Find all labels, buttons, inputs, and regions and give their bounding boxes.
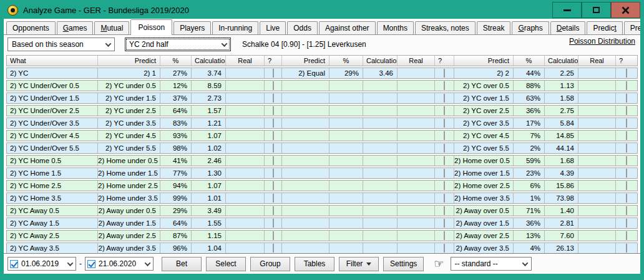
row-checkbox[interactable] — [444, 181, 445, 190]
row-checkbox[interactable] — [444, 81, 445, 90]
row-checkbox[interactable] — [444, 119, 445, 128]
table-row[interactable]: 2) YC Away 2.52) Away under 2.587%1.152)… — [6, 230, 638, 241]
column-header[interactable]: ? — [265, 56, 282, 66]
column-header[interactable]: Real — [226, 56, 265, 66]
row-checkbox[interactable] — [273, 81, 274, 90]
row-checkbox[interactable] — [273, 231, 274, 240]
tab-mutual[interactable]: Mutual — [94, 21, 129, 34]
row-checkbox[interactable] — [626, 81, 627, 90]
row-checkbox[interactable] — [444, 156, 445, 165]
group-button[interactable]: Group — [250, 257, 290, 271]
row-checkbox[interactable] — [273, 181, 274, 190]
row-checkbox[interactable] — [273, 169, 274, 178]
market-select[interactable]: YC 2nd half — [125, 38, 231, 51]
date-to-checkbox[interactable] — [87, 260, 95, 268]
table-row[interactable]: 2) YC Home 1.52) Home under 1.577%1.302)… — [6, 168, 638, 179]
tab-prev-round[interactable]: Prev. Round — [624, 21, 640, 34]
row-checkbox[interactable] — [444, 69, 445, 78]
row-checkbox[interactable] — [626, 69, 627, 78]
row-checkbox[interactable] — [273, 206, 274, 215]
column-header[interactable]: % — [329, 56, 363, 66]
tab-streak[interactable]: Streak — [477, 21, 511, 34]
column-header[interactable]: Calculation — [545, 56, 578, 66]
row-checkbox[interactable] — [444, 144, 445, 152]
poisson-distribution-link[interactable]: Poisson Distribution — [569, 37, 635, 46]
row-checkbox[interactable] — [626, 206, 627, 215]
row-checkbox[interactable] — [444, 219, 445, 228]
row-checkbox[interactable] — [626, 194, 627, 202]
tab-predict[interactable]: Predict — [587, 21, 622, 34]
preset-select[interactable]: -- standard -- — [451, 257, 532, 271]
date-to-picker[interactable]: 21.06.2020 — [85, 257, 154, 271]
row-checkbox[interactable] — [626, 131, 627, 140]
tab-against-other[interactable]: Against other — [319, 21, 376, 34]
select-button[interactable]: Select — [206, 257, 246, 271]
table-row[interactable]: 2) YC Under/Over 3.52) YC under 3.583%1.… — [6, 118, 638, 129]
close-button[interactable] — [611, 2, 640, 18]
table-row[interactable]: 2) YC Home 0.52) Home under 0.541%2.462)… — [6, 155, 638, 166]
tab-in-running[interactable]: In-running — [212, 21, 258, 34]
row-checkbox[interactable] — [273, 194, 274, 202]
tab-odds[interactable]: Odds — [287, 21, 318, 34]
row-checkbox[interactable] — [444, 244, 445, 252]
column-header[interactable]: Calculation — [363, 56, 398, 66]
tables-button[interactable]: Tables — [295, 257, 334, 271]
column-header[interactable]: Calculation — [192, 56, 226, 66]
table-row[interactable]: 2) YC Under/Over 2.52) YC under 2.564%1.… — [6, 105, 638, 116]
row-checkbox[interactable] — [273, 144, 274, 152]
row-checkbox[interactable] — [444, 131, 445, 140]
table-row[interactable]: 2) YC Under/Over 5.52) YC under 5.598%1.… — [6, 142, 638, 154]
row-checkbox[interactable] — [273, 219, 274, 228]
column-header[interactable]: ? — [616, 56, 637, 66]
row-checkbox[interactable] — [626, 119, 627, 128]
column-header[interactable]: Predict — [454, 56, 514, 66]
table-row[interactable]: 2) YC Home 3.52) Home under 3.599%1.012)… — [6, 192, 638, 204]
row-checkbox[interactable] — [273, 156, 274, 165]
table-row[interactable]: 2) YC2) 127%3.742) Equal29%3.462) 244%2.… — [6, 68, 638, 79]
row-checkbox[interactable] — [273, 244, 274, 252]
maximize-button[interactable] — [582, 2, 611, 18]
column-header[interactable]: % — [514, 56, 545, 66]
table-row[interactable]: 2) YC Away 0.52) Away under 0.529%3.492)… — [6, 205, 638, 216]
row-checkbox[interactable] — [273, 106, 274, 115]
row-checkbox[interactable] — [444, 231, 445, 240]
row-checkbox[interactable] — [444, 106, 445, 115]
row-checkbox[interactable] — [273, 69, 274, 78]
table-row[interactable]: 2) YC Under/Over 4.52) YC under 4.593%1.… — [6, 130, 638, 141]
tab-streaks-notes[interactable]: Streaks, notes — [415, 21, 476, 34]
settings-button[interactable]: Settings — [383, 257, 424, 271]
bet-button[interactable]: Bet — [162, 257, 202, 271]
row-checkbox[interactable] — [626, 156, 627, 165]
date-from-checkbox[interactable] — [10, 260, 18, 268]
tab-players[interactable]: Players — [173, 21, 211, 34]
tab-live[interactable]: Live — [260, 21, 286, 34]
row-checkbox[interactable] — [444, 169, 445, 178]
column-header[interactable]: ? — [435, 56, 454, 66]
table-row[interactable]: 2) YC Away 1.52) Away under 1.564%1.552)… — [6, 218, 638, 229]
row-checkbox[interactable] — [273, 119, 274, 128]
row-checkbox[interactable] — [626, 181, 627, 190]
row-checkbox[interactable] — [273, 94, 274, 102]
table-row[interactable]: 2) YC Under/Over 0.52) YC under 0.512%8.… — [6, 80, 638, 91]
row-checkbox[interactable] — [444, 94, 445, 102]
row-checkbox[interactable] — [626, 231, 627, 240]
column-header[interactable]: % — [160, 56, 192, 66]
row-checkbox[interactable] — [273, 131, 274, 140]
row-checkbox[interactable] — [626, 94, 627, 102]
tab-months[interactable]: Months — [377, 21, 414, 34]
table-row[interactable]: 2) YC Away 3.52) Away under 3.596%1.042)… — [6, 242, 638, 253]
date-from-picker[interactable]: 01.06.2019 — [7, 257, 76, 271]
tab-opponents[interactable]: Opponents — [6, 21, 56, 34]
column-header[interactable]: Predict — [98, 56, 160, 66]
row-checkbox[interactable] — [626, 244, 627, 252]
table-row[interactable]: 2) YC Under/Over 1.52) YC under 1.537%2.… — [6, 92, 638, 104]
column-header[interactable]: Predict — [282, 56, 329, 66]
season-select[interactable]: Based on this season — [7, 38, 115, 51]
filter-button[interactable]: Filter — [339, 257, 379, 271]
column-header[interactable]: Real — [398, 56, 435, 66]
row-checkbox[interactable] — [626, 219, 627, 228]
tab-details[interactable]: Details — [550, 21, 586, 34]
minimize-button[interactable] — [552, 2, 582, 18]
table-row[interactable]: 2) YC Home 2.52) Home under 2.594%1.072)… — [6, 180, 638, 191]
row-checkbox[interactable] — [444, 194, 445, 202]
